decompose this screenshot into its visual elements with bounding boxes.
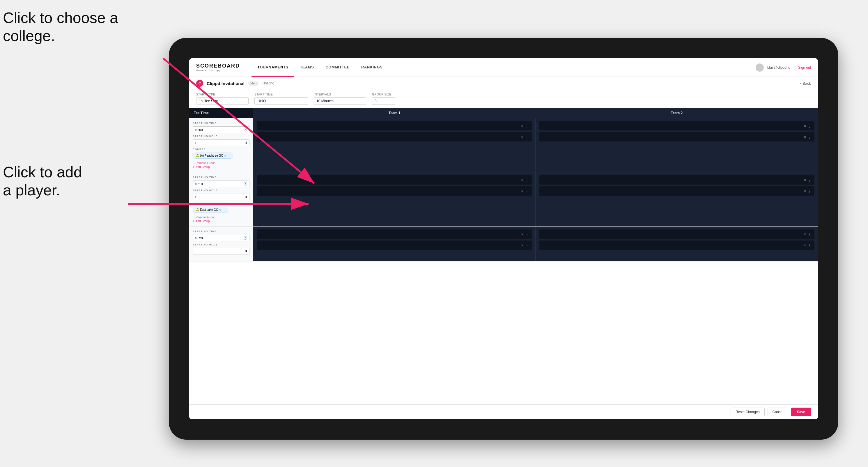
player-x-icon[interactable]: × (804, 189, 806, 193)
player-x-icon[interactable]: × (804, 243, 806, 247)
starting-time-input-1[interactable]: 10:00 🕐 (193, 126, 249, 133)
player-more-icon[interactable]: ⋮ (525, 124, 529, 128)
course-chip-remove-2[interactable]: × (219, 208, 221, 212)
annotation-choose-college: Click to choose a college. (3, 9, 118, 45)
player-row: × ⋮ (257, 186, 532, 196)
course-chip-label-2: East Lake GC (200, 208, 218, 211)
nav-tournaments[interactable]: TOURNAMENTS (251, 58, 294, 77)
add-group-btn-2[interactable]: + Add Group (193, 220, 249, 223)
main-content: Tee Time Team 1 Team 2 STARTING TIME: 10… (189, 108, 818, 419)
intervals-select[interactable]: 10 Minutes 8 Minutes 12 Minutes (314, 97, 366, 105)
add-group-btn-1[interactable]: + Add Group (193, 165, 249, 168)
starting-hole-input-3[interactable]: ⬍ (193, 248, 249, 254)
player-x-icon[interactable]: × (521, 135, 523, 139)
player-x-icon[interactable]: × (521, 232, 523, 237)
starting-time-input-3[interactable]: 10:20 🕐 (193, 235, 249, 241)
starting-hole-label-2: STARTING HOLE: (193, 189, 249, 192)
course-chips-2: ⛳ East Lake GC × ⋮ (193, 207, 249, 213)
player-more-icon[interactable]: ⋮ (525, 232, 529, 237)
starting-time-input-2[interactable]: 10:10 🕐 (193, 181, 249, 187)
player-x-icon[interactable]: × (521, 189, 523, 193)
player-x-icon[interactable]: × (804, 135, 806, 139)
player-more-icon[interactable]: ⋮ (808, 243, 811, 247)
remove-icon-1: ○ (193, 162, 194, 165)
player-more-icon[interactable]: ⋮ (525, 243, 529, 247)
player-controls: × ⋮ (804, 135, 811, 139)
player-controls: × ⋮ (521, 178, 529, 182)
starting-time-label-1: STARTING TIME: (193, 122, 249, 125)
course-chip-more-2[interactable]: ⋮ (222, 208, 225, 212)
player-more-icon[interactable]: ⋮ (525, 178, 529, 182)
cancel-button[interactable]: Cancel (768, 408, 788, 416)
clippd-logo: C (196, 80, 203, 87)
course-label-1: COURSE: (193, 148, 249, 151)
player-more-icon[interactable]: ⋮ (808, 124, 811, 128)
player-x-icon[interactable]: × (521, 178, 523, 182)
sign-out-link[interactable]: Sign out (798, 65, 811, 70)
player-x-icon[interactable]: × (521, 124, 523, 128)
player-row: × ⋮ (257, 121, 532, 130)
player-controls: × ⋮ (521, 232, 529, 237)
nav-rankings[interactable]: RANKINGS (355, 58, 388, 77)
stepper-icon-2: ⬍ (245, 195, 247, 199)
group-1-team1: × ⋮ × ⋮ (253, 118, 535, 172)
starting-hole-label-3: STARTING HOLE: (193, 243, 249, 246)
back-label: Back (803, 81, 811, 86)
th-tee-time: Tee Time (189, 108, 253, 118)
player-more-icon[interactable]: ⋮ (808, 189, 811, 193)
course-chip-icon-2: ⛳ (195, 208, 199, 211)
player-x-icon[interactable]: × (804, 124, 806, 128)
reset-changes-button[interactable]: Reset Changes (731, 408, 765, 416)
add-icon-1: + (193, 165, 194, 168)
clock-icon-1: 🕐 (243, 128, 247, 132)
th-team1: Team 1 (253, 108, 535, 118)
player-more-icon[interactable]: ⋮ (808, 232, 811, 237)
nav-links: TOURNAMENTS TEAMS COMMITTEE RANKINGS (251, 58, 756, 77)
group-size-label: Group Size (372, 93, 395, 96)
stepper-icon-3: ⬍ (245, 249, 247, 253)
course-chip-1[interactable]: ⛳ (A) Peachtree GC × ⋮ (193, 153, 233, 159)
player-row: × ⋮ (257, 241, 532, 250)
tablet-screen: SCOREBOARD Powered by clippd TOURNAMENTS… (189, 58, 818, 419)
player-controls: × ⋮ (521, 189, 529, 193)
course-chip-2[interactable]: ⛳ East Lake GC × ⋮ (193, 207, 228, 213)
player-x-icon[interactable]: × (804, 178, 806, 182)
player-controls: × ⋮ (804, 232, 811, 237)
remove-group-btn-1[interactable]: ○ Remove Group (193, 162, 249, 165)
remove-group-btn-2[interactable]: ○ Remove Group (193, 216, 249, 219)
player-x-icon[interactable]: × (521, 243, 523, 247)
group-1-actions: ○ Remove Group + Add Group (193, 162, 249, 168)
intervals-group: Intervals 10 Minutes 8 Minutes 12 Minute… (314, 93, 366, 105)
starting-time-label-3: STARTING TIME: (193, 230, 249, 233)
player-controls: × ⋮ (804, 178, 811, 182)
save-button[interactable]: Save (791, 408, 811, 416)
clock-icon-2: 🕐 (243, 182, 247, 186)
hosting-label: Hosting (262, 81, 274, 85)
player-more-icon[interactable]: ⋮ (525, 135, 529, 139)
starting-hole-input-1[interactable]: 1 ⬍ (193, 139, 249, 146)
player-row: × ⋮ (539, 175, 814, 185)
start-type-select[interactable]: 1st Tee Start Shotgun Start (196, 97, 249, 105)
course-chip-remove-1[interactable]: × (224, 154, 226, 157)
player-controls: × ⋮ (804, 124, 811, 128)
start-time-input[interactable] (254, 97, 308, 105)
group-2-actions: ○ Remove Group + Add Group (193, 216, 249, 223)
nav-teams[interactable]: TEAMS (294, 58, 320, 77)
course-chip-more-1[interactable]: ⋮ (227, 154, 230, 157)
starting-hole-input-2[interactable]: 1 ⬍ (193, 194, 249, 200)
group-size-select[interactable]: 3 2 4 (372, 97, 395, 105)
player-more-icon[interactable]: ⋮ (808, 135, 811, 139)
separator: | (794, 65, 795, 70)
player-more-icon[interactable]: ⋮ (525, 189, 529, 193)
player-more-icon[interactable]: ⋮ (808, 178, 811, 182)
back-button[interactable]: ‹ Back (800, 81, 811, 86)
brand-sub: Powered by clippd (196, 69, 240, 72)
annotation-add-player: Click to add a player. (3, 163, 82, 199)
player-x-icon[interactable]: × (804, 232, 806, 237)
group-2-team1: × ⋮ × ⋮ (253, 173, 535, 226)
group-1-left: STARTING TIME: 10:00 🕐 STARTING HOLE: 1 … (189, 118, 253, 172)
group-2-left: STARTING TIME: 10:10 🕐 STARTING HOLE: 1 … (189, 173, 253, 226)
clock-icon-3: 🕐 (243, 236, 247, 240)
course-chips-1: ⛳ (A) Peachtree GC × ⋮ (193, 153, 249, 159)
nav-committee[interactable]: COMMITTEE (320, 58, 355, 77)
